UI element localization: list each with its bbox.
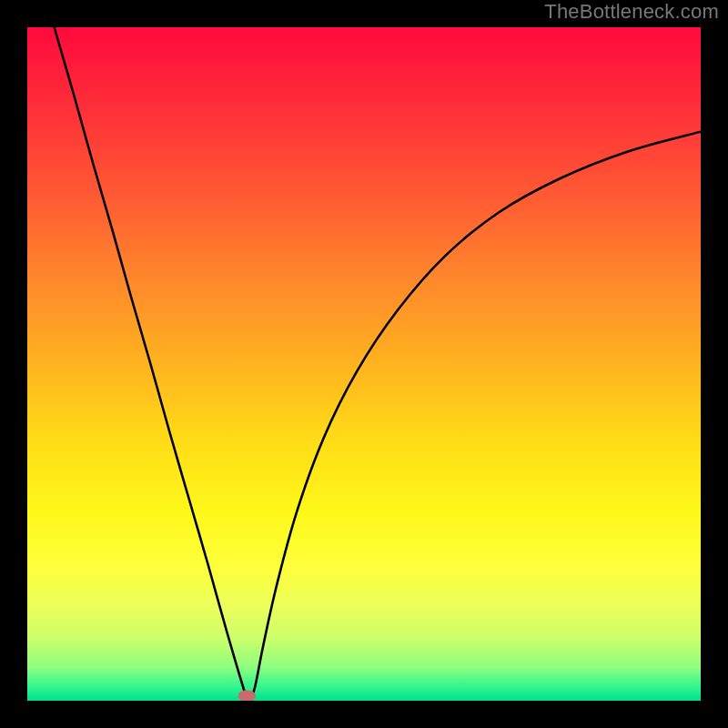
gradient-background	[27, 27, 701, 701]
chart-frame: TheBottleneck.com	[0, 0, 728, 728]
watermark-text: TheBottleneck.com	[544, 0, 719, 24]
bottleneck-chart	[27, 27, 701, 701]
plot-area	[27, 27, 701, 701]
